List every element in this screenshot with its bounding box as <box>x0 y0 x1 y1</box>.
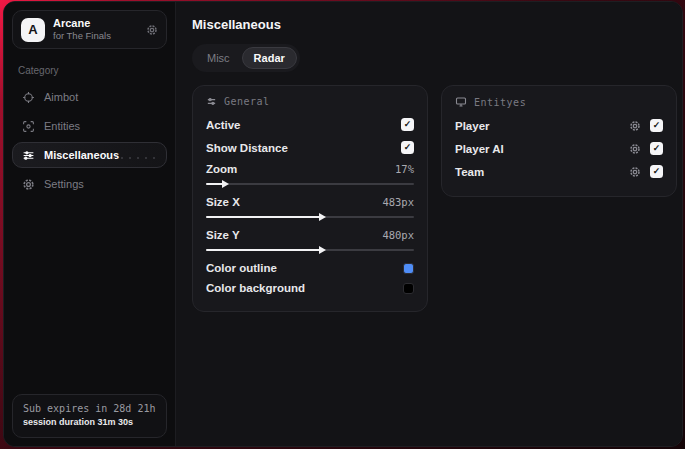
session-duration-text: session duration 31m 30s <box>23 416 156 429</box>
entity-label: Player <box>455 120 490 132</box>
color-row-outline: Color outline <box>206 258 414 278</box>
color-outline-swatch[interactable] <box>403 263 414 274</box>
checkbox-team[interactable]: ✓ <box>650 165 663 178</box>
crosshair-icon <box>22 91 35 104</box>
checkbox-player-ai[interactable]: ✓ <box>650 142 663 155</box>
slider-row-size-x: Size X 483px <box>206 192 414 211</box>
tab-bar: Misc Radar <box>192 44 300 72</box>
size-x-slider[interactable] <box>206 216 414 218</box>
entity-row-player-ai: Player AI ✓ <box>455 137 663 160</box>
brand-card: A Arcane for The Finals <box>12 10 167 49</box>
sidebar-item-aimbot[interactable]: Aimbot <box>12 84 167 110</box>
slider-row-size-y: Size Y 480px <box>206 225 414 244</box>
page-title: Miscellaneous <box>192 17 677 32</box>
color-label: Color background <box>206 282 305 294</box>
size-y-slider[interactable] <box>206 249 414 251</box>
gear-icon[interactable] <box>629 143 641 155</box>
slider-thumb[interactable] <box>319 246 326 254</box>
app-subtitle: for The Finals <box>53 30 138 42</box>
monitor-icon <box>455 96 467 108</box>
color-background-swatch[interactable] <box>403 283 414 294</box>
entities-panel: Entityes Player ✓ Player AI <box>441 85 677 197</box>
check-icon: ✓ <box>653 121 661 130</box>
slider-label: Zoom <box>206 163 237 175</box>
slider-value: 483px <box>382 196 414 208</box>
main-content: Miscellaneous Misc Radar General Active <box>176 2 683 446</box>
slider-thumb[interactable] <box>222 180 229 188</box>
app-window: A Arcane for The Finals Category Aimbot <box>3 1 683 447</box>
sidebar-item-settings[interactable]: Settings <box>12 171 167 197</box>
zoom-slider[interactable] <box>206 183 414 185</box>
sidebar-item-label: Miscellaneous <box>44 149 119 161</box>
app-logo: A <box>21 18 45 42</box>
tab-radar[interactable]: Radar <box>242 47 297 69</box>
sidebar-item-label: Aimbot <box>44 91 78 103</box>
gear-icon[interactable] <box>146 24 158 36</box>
entity-label: Player AI <box>455 143 504 155</box>
subscription-info: Sub expires in 28d 21h session duration … <box>12 394 167 438</box>
toggle-label: Show Distance <box>206 142 288 154</box>
gear-icon <box>22 178 35 191</box>
slider-label: Size Y <box>206 229 240 241</box>
entity-label: Team <box>455 166 484 178</box>
gear-icon[interactable] <box>629 120 641 132</box>
gear-icon[interactable] <box>629 166 641 178</box>
general-panel-header: General <box>206 96 414 107</box>
toggle-row-show-distance: Show Distance ✓ <box>206 136 414 159</box>
slider-fill <box>206 216 320 218</box>
toggle-row-active: Active ✓ <box>206 113 414 136</box>
slider-value: 17% <box>395 163 414 175</box>
slider-fill <box>206 249 320 251</box>
general-panel-title: General <box>224 96 270 107</box>
general-panel: General Active ✓ Show Distance ✓ Zoom 17… <box>192 85 428 312</box>
check-icon: ✓ <box>653 167 661 176</box>
sidebar-item-label: Settings <box>44 178 84 190</box>
slider-row-zoom: Zoom 17% <box>206 159 414 178</box>
check-icon: ✓ <box>404 143 412 152</box>
checkbox-show-distance[interactable]: ✓ <box>401 141 414 154</box>
panels-row: General Active ✓ Show Distance ✓ Zoom 17… <box>192 85 677 312</box>
slider-fill <box>206 183 223 185</box>
checkbox-active[interactable]: ✓ <box>401 118 414 131</box>
checkbox-player[interactable]: ✓ <box>650 119 663 132</box>
color-row-background: Color background <box>206 278 414 298</box>
sidebar-item-entities[interactable]: Entities <box>12 113 167 139</box>
color-label: Color outline <box>206 262 277 274</box>
sub-expiry-text: Sub expires in 28d 21h <box>23 402 156 416</box>
entity-row-player: Player ✓ <box>455 114 663 137</box>
brand-text: Arcane for The Finals <box>53 17 138 42</box>
slider-label: Size X <box>206 196 240 208</box>
tab-misc[interactable]: Misc <box>195 47 242 69</box>
sliders-icon <box>22 149 35 162</box>
entities-panel-title: Entityes <box>474 97 526 108</box>
entities-panel-header: Entityes <box>455 96 663 108</box>
sidebar-item-label: Entities <box>44 120 80 132</box>
toggle-label: Active <box>206 119 241 131</box>
tune-icon <box>206 96 217 107</box>
sidebar: A Arcane for The Finals Category Aimbot <box>4 2 176 446</box>
slider-value: 480px <box>382 229 414 241</box>
app-title: Arcane <box>53 17 138 30</box>
slider-thumb[interactable] <box>319 213 326 221</box>
sidebar-item-miscellaneous[interactable]: Miscellaneous <box>12 142 167 168</box>
check-icon: ✓ <box>404 120 412 129</box>
category-label: Category <box>18 65 161 76</box>
entity-row-team: Team ✓ <box>455 160 663 183</box>
check-icon: ✓ <box>653 144 661 153</box>
eye-scan-icon <box>22 120 35 133</box>
sidebar-nav: Aimbot Entities Miscella <box>12 84 167 197</box>
